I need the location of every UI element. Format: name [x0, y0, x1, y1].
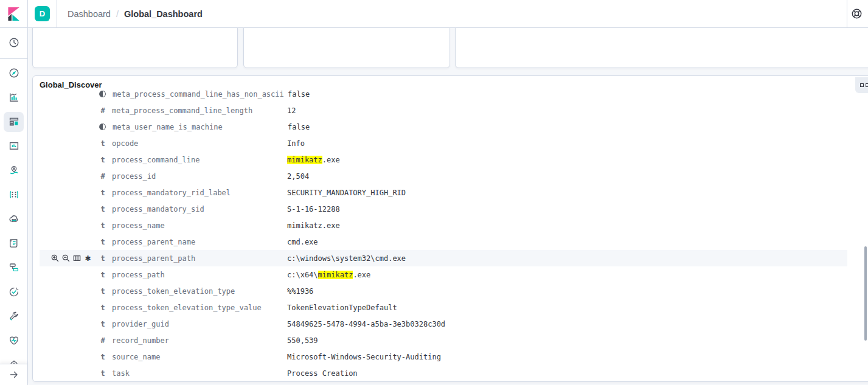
field-value: mimikatz.exe [287, 221, 847, 230]
collapse-nav-button[interactable] [9, 369, 19, 380]
highlighted-term: mimikatz [318, 271, 353, 279]
doc-field-row: ✱ # record_number 550,539 [40, 332, 847, 349]
clock-icon [9, 37, 19, 48]
space-badge[interactable]: D [35, 6, 50, 21]
field-name: source_name [112, 353, 287, 361]
dashboard-icon [9, 116, 19, 127]
field-type-number-icon: # [99, 336, 107, 345]
magnify-plus-icon [51, 254, 59, 262]
doc-field-row: ✱ t process_path c:\x64\mimikatz.exe [40, 266, 847, 283]
field-name: provider_guid [112, 320, 287, 328]
doc-field-row: ✱ # process_id 2,504 [40, 168, 847, 184]
breadcrumb-dashboard[interactable]: Dashboard [68, 9, 111, 19]
field-value: Info [287, 139, 847, 148]
field-value: S-1-16-12288 [287, 205, 847, 213]
sidebar-item-machine-learning[interactable] [0, 182, 27, 207]
doc-field-row: ✱ meta_process_command_line_has_non_asci… [40, 89, 847, 102]
field-name: record_number [112, 336, 287, 345]
field-name: process_name [112, 221, 287, 230]
sidebar-item-recently-viewed[interactable] [0, 30, 27, 55]
field-name: process_mandatory_sid [112, 205, 287, 213]
kibana-logo[interactable] [0, 0, 28, 27]
doc-field-row: ✱ t process_mandatory_rid_label SECURITY… [40, 184, 847, 201]
sidebar-item-monitoring[interactable] [0, 328, 27, 353]
field-type-string-icon: t [99, 221, 107, 230]
sidebar-item-maps[interactable] [0, 158, 27, 182]
field-value: c:\windows\system32\cmd.exe [287, 254, 847, 263]
panel-title: Global_Discover [40, 80, 102, 89]
filter-out-value-button[interactable] [62, 254, 70, 263]
field-value: mimikatz.exe [287, 156, 847, 164]
field-value: cmd.exe [287, 238, 847, 246]
header-bar: D Dashboard / Global_Dashboard [0, 0, 868, 28]
kibana-app: Global_Discover [0, 0, 868, 385]
sidebar-item-visualize[interactable] [0, 85, 27, 109]
field-name: process_mandatory_rid_label [112, 189, 287, 197]
field-value: 2,504 [287, 172, 847, 181]
field-type-number-icon: # [99, 106, 107, 115]
field-value: TokenElevationTypeDefault [287, 303, 847, 312]
field-value: 54849625-5478-4994-a5ba-3e3b0328c30d [287, 320, 847, 328]
machine-learning-icon [9, 189, 19, 200]
field-type-string-icon: t [99, 254, 107, 263]
field-type-string-icon: t [99, 139, 107, 148]
field-name: process_parent_name [112, 238, 287, 246]
field-type-string-icon: t [99, 287, 107, 296]
field-type-string-icon: t [99, 303, 107, 312]
help-icon [851, 8, 863, 19]
vertical-scrollbar-thumb[interactable] [864, 246, 867, 341]
field-row-actions: ✱ [40, 254, 92, 263]
field-type-string-icon: t [99, 271, 107, 279]
sidebar-item-metrics[interactable] [0, 207, 27, 231]
filter-for-value-button[interactable] [51, 254, 59, 263]
field-name: opcode [112, 139, 287, 148]
toggle-column-icon [73, 254, 81, 262]
field-type-boolean-icon [99, 91, 106, 97]
uptime-icon [9, 286, 19, 297]
breadcrumb: Dashboard / Global_Dashboard [57, 0, 847, 27]
field-value: false [288, 123, 847, 131]
doc-field-row: ✱ t process_command_line mimikatz.exe [40, 151, 847, 168]
field-type-string-icon: t [99, 156, 107, 164]
doc-field-row: ✱ t provider_guid 54849625-5478-4994-a5b… [40, 316, 847, 332]
sidebar-item-dev-tools[interactable] [0, 304, 27, 328]
visualize-chart-icon [9, 92, 19, 103]
metrics-icon [9, 213, 19, 224]
field-type-string-icon: t [99, 238, 107, 246]
magnify-minus-icon [62, 254, 70, 262]
logs-icon [9, 238, 19, 249]
dev-tools-icon [9, 311, 19, 322]
field-name: task [112, 369, 287, 378]
field-name: meta_process_command_line_has_non_ascii [113, 90, 288, 99]
doc-field-row: ✱ t process_mandatory_sid S-1-16-12288 [40, 201, 847, 217]
asterisk-icon: ✱ [85, 255, 91, 262]
field-name: process_token_elevation_type [112, 287, 287, 296]
field-value: c:\x64\mimikatz.exe [287, 271, 847, 279]
field-value: false [288, 90, 847, 99]
doc-field-row: ✱ t process_token_elevation_type_value T… [40, 299, 847, 316]
filter-for-field-present-button[interactable]: ✱ [84, 254, 92, 263]
toggle-column-button[interactable] [73, 254, 81, 263]
kibana-logo-icon [7, 7, 21, 21]
field-type-string-icon: t [99, 205, 107, 213]
field-name: process_path [112, 271, 287, 279]
panel-options-button[interactable] [855, 77, 868, 93]
field-value: Process Creation [287, 369, 847, 378]
field-value: Microsoft-Windows-Security-Auditing [287, 353, 847, 361]
doc-field-row: ✱ meta_user_name_is_machine false [40, 119, 847, 135]
field-value: %%1936 [287, 287, 847, 296]
sidebar-item-dashboard[interactable] [0, 109, 27, 134]
sidebar-divider [0, 58, 27, 59]
sidebar-item-apm[interactable] [0, 255, 27, 280]
sidebar-nav [0, 27, 28, 385]
sidebar-item-logs[interactable] [0, 231, 27, 255]
sidebar-item-canvas[interactable] [0, 134, 27, 158]
doc-field-row: ✱ t process_name mimikatz.exe [40, 217, 847, 234]
field-type-string-icon: t [99, 353, 107, 361]
sidebar-item-uptime[interactable] [0, 280, 27, 304]
field-value: SECURITY_MANDATORY_HIGH_RID [287, 189, 847, 197]
help-button[interactable] [851, 8, 863, 19]
discover-panel: Global_Discover [32, 75, 868, 382]
sidebar-item-discover[interactable] [0, 61, 27, 85]
help-box [847, 0, 868, 27]
